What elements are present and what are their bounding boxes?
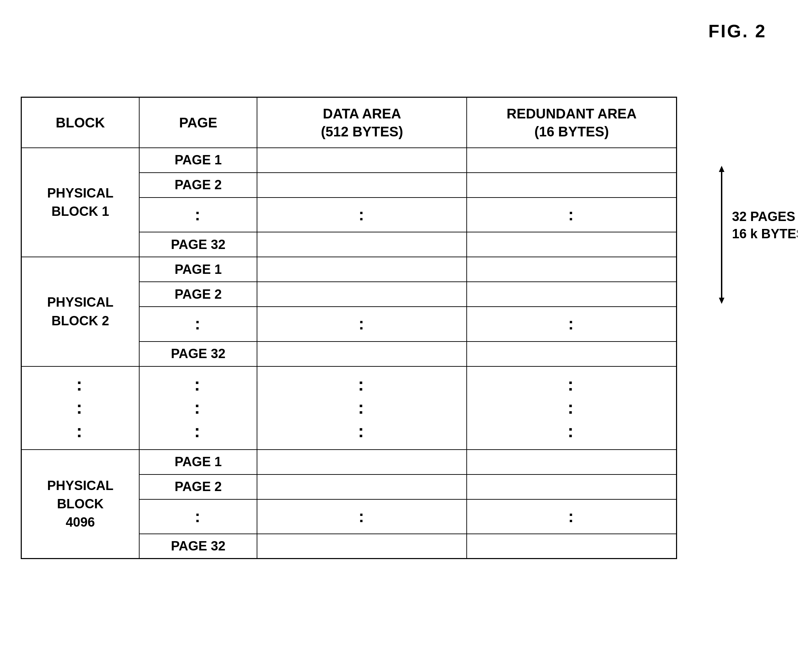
redundant-cell: [467, 232, 676, 257]
figure-label: FIG. 2: [708, 21, 766, 42]
data-cell: [257, 257, 467, 282]
memory-structure-table: BLOCK PAGE DATA AREA(512 BYTES) REDUNDAN…: [21, 97, 677, 559]
page-dots-mid: :::: [139, 367, 257, 450]
redundant-cell: [467, 474, 676, 499]
page-cell: PAGE 2: [139, 474, 257, 499]
block2-label: PHYSICALBLOCK 2: [22, 257, 139, 366]
header-data-area: DATA AREA(512 BYTES): [257, 97, 467, 148]
redundant-cell: [467, 148, 676, 173]
redundant-dots: :: [467, 499, 676, 534]
data-cell: [257, 450, 467, 474]
header-page: PAGE: [139, 97, 257, 148]
svg-text:32 PAGES: 32 PAGES: [732, 209, 795, 224]
data-cell: [257, 282, 467, 307]
main-table-container: BLOCK PAGE DATA AREA(512 BYTES) REDUNDAN…: [21, 97, 677, 559]
redundant-cell: [467, 257, 676, 282]
redundant-cell: [467, 282, 676, 307]
header-block: BLOCK: [22, 97, 139, 148]
data-cell: [257, 173, 467, 198]
table-row: PHYSICALBLOCK 1 PAGE 1: [22, 148, 677, 173]
data-dots: :: [257, 307, 467, 341]
page-dots: :: [139, 499, 257, 534]
redundant-dots-mid: :::: [467, 367, 676, 450]
data-dots: :: [257, 499, 467, 534]
data-dots-mid: :::: [257, 367, 467, 450]
redundant-cell: [467, 450, 676, 474]
block1-label: PHYSICALBLOCK 1: [22, 148, 139, 257]
block-dots: :::: [22, 367, 139, 450]
data-cell: [257, 342, 467, 367]
svg-marker-4: [719, 298, 725, 304]
page-dots: :: [139, 198, 257, 232]
svg-text:16 k BYTES: 16 k BYTES: [732, 227, 798, 241]
page-cell: PAGE 1: [139, 257, 257, 282]
data-cell: [257, 534, 467, 559]
data-cell: [257, 148, 467, 173]
page-cell: PAGE 32: [139, 342, 257, 367]
page-cell: PAGE 1: [139, 148, 257, 173]
page-cell: PAGE 32: [139, 534, 257, 559]
table-row: PHYSICALBLOCK4096 PAGE 1: [22, 450, 677, 474]
svg-marker-1: [719, 166, 725, 172]
page-cell: PAGE 32: [139, 232, 257, 257]
page-cell: PAGE 2: [139, 282, 257, 307]
page-dots: :: [139, 307, 257, 341]
redundant-cell: [467, 534, 676, 559]
table-row: PHYSICALBLOCK 2 PAGE 1: [22, 257, 677, 282]
redundant-cell: [467, 173, 676, 198]
block4096-label: PHYSICALBLOCK4096: [22, 450, 139, 559]
header-redundant-area: REDUNDANT AREA(16 BYTES): [467, 97, 676, 148]
data-cell: [257, 232, 467, 257]
dots-section-row: ::: ::: ::: :::: [22, 367, 677, 450]
table-header-row: BLOCK PAGE DATA AREA(512 BYTES) REDUNDAN…: [22, 97, 677, 148]
pages-arrow-annotation: 32 PAGES 16 k BYTES: [715, 166, 798, 304]
page-cell: PAGE 1: [139, 450, 257, 474]
redundant-dots: :: [467, 307, 676, 341]
data-dots: :: [257, 198, 467, 232]
redundant-dots: :: [467, 198, 676, 232]
redundant-cell: [467, 342, 676, 367]
data-cell: [257, 474, 467, 499]
page-cell: PAGE 2: [139, 173, 257, 198]
